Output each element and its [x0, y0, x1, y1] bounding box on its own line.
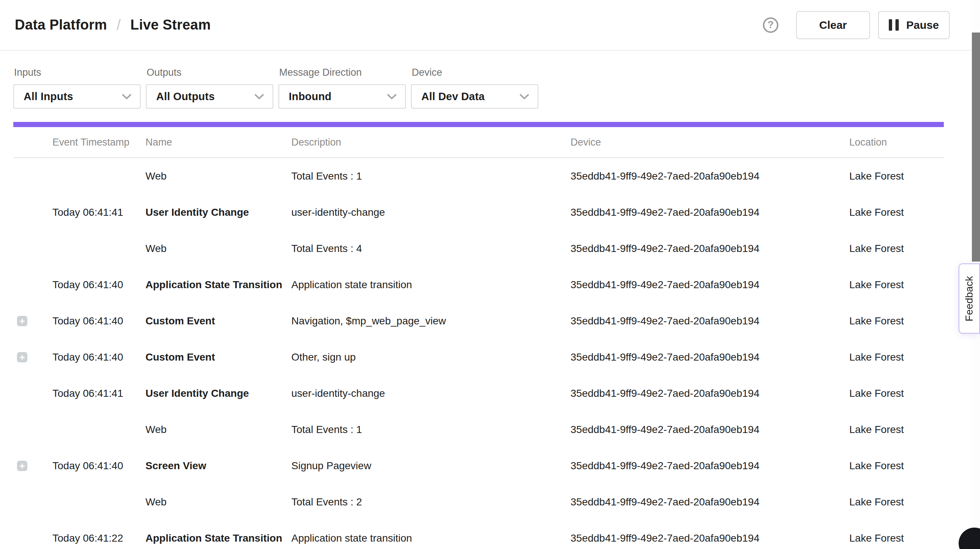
expand-cell: + [13, 207, 52, 218]
filter-device-label: Device [411, 67, 538, 78]
pause-icon [889, 19, 899, 31]
table-row[interactable]: + Today 06:41:40 Custom Event Other, sig… [13, 339, 944, 375]
inputs-dropdown-value: All Inputs [24, 91, 73, 103]
event-description: user-identity-change [291, 388, 571, 399]
event-description: Total Events : 4 [291, 243, 571, 255]
breadcrumb-data-platform[interactable]: Data Platform [15, 17, 107, 33]
event-description: Signup Pageview [291, 460, 571, 472]
feedback-tab[interactable]: Feedback [959, 263, 980, 334]
event-location: Lake Forest [849, 206, 944, 219]
column-header-location: Location [849, 137, 944, 148]
event-description: Navigation, $mp_web_page_view [291, 315, 571, 327]
chat-bubble-icon[interactable] [959, 528, 980, 549]
event-location: Lake Forest [849, 496, 944, 508]
outputs-dropdown[interactable]: All Outputs [146, 84, 273, 109]
event-timestamp: Today 06:41:40 [52, 279, 145, 291]
event-location: Lake Forest [849, 279, 944, 291]
message-direction-dropdown-value: Inbound [289, 91, 332, 103]
event-location: Lake Forest [849, 243, 944, 255]
event-location: Lake Forest [849, 532, 944, 544]
event-description: Total Events : 1 [291, 424, 571, 436]
event-name: User Identity Change [145, 388, 291, 399]
event-timestamp: Today 06:41:40 [52, 351, 145, 363]
filter-device: Device All Dev Data [411, 67, 538, 109]
expand-cell: + [13, 352, 52, 362]
event-name: Custom Event [145, 315, 291, 327]
event-name: Web [145, 170, 291, 182]
expand-cell: + [13, 497, 52, 507]
chevron-down-icon [519, 94, 530, 100]
event-device: 35eddb41-9ff9-49e2-7aed-20afa90eb194 [571, 315, 849, 327]
event-timestamp: Today 06:41:40 [52, 460, 145, 472]
event-location: Lake Forest [849, 170, 944, 182]
event-device: 35eddb41-9ff9-49e2-7aed-20afa90eb194 [571, 496, 849, 508]
event-location: Lake Forest [849, 460, 944, 472]
pause-button[interactable]: Pause [878, 11, 950, 39]
clear-button[interactable]: Clear [796, 11, 870, 39]
event-location: Lake Forest [849, 388, 944, 399]
filter-inputs-label: Inputs [13, 67, 141, 78]
header-actions: ? Clear Pause [763, 11, 950, 39]
event-description: Other, sign up [291, 351, 571, 363]
event-timestamp: Today 06:41:41 [52, 388, 145, 399]
event-name: Custom Event [145, 351, 291, 363]
expand-icon[interactable]: + [17, 461, 27, 471]
event-device: 35eddb41-9ff9-49e2-7aed-20afa90eb194 [571, 170, 849, 182]
column-header-event-timestamp: Event Timestamp [52, 137, 145, 148]
table-row[interactable]: + Today 06:41:41 User Identity Change us… [13, 375, 944, 412]
breadcrumb-separator: / [117, 17, 121, 33]
filter-message-direction-label: Message Direction [278, 67, 406, 78]
outputs-dropdown-value: All Outputs [156, 91, 215, 103]
table-row[interactable]: + Today 06:41:41 User Identity Change us… [13, 194, 944, 231]
table-row[interactable]: + Today 06:41:40 Screen View Signup Page… [13, 448, 944, 484]
event-device: 35eddb41-9ff9-49e2-7aed-20afa90eb194 [571, 424, 849, 436]
table-row[interactable]: + Web Total Events : 1 35eddb41-9ff9-49e… [13, 412, 944, 448]
expand-icon[interactable]: + [17, 352, 27, 362]
breadcrumb-live-stream: Live Stream [130, 17, 211, 33]
filter-inputs: Inputs All Inputs [13, 67, 141, 109]
message-direction-dropdown[interactable]: Inbound [278, 84, 406, 109]
scrollbar-thumb[interactable] [972, 32, 980, 262]
event-description: Application state transition [291, 279, 571, 291]
table-row[interactable]: + Today 06:41:40 Custom Event Navigation… [13, 303, 944, 339]
breadcrumb: Data Platform / Live Stream [15, 17, 211, 33]
chevron-down-icon [387, 94, 397, 100]
table-row[interactable]: + Today 06:41:40 Application State Trans… [13, 267, 944, 303]
event-name: Screen View [145, 460, 291, 472]
event-location: Lake Forest [849, 315, 944, 327]
table-row[interactable]: + Web Total Events : 1 35eddb41-9ff9-49e… [13, 158, 944, 194]
column-header-name: Name [145, 137, 291, 148]
expand-cell: + [13, 280, 52, 290]
event-device: 35eddb41-9ff9-49e2-7aed-20afa90eb194 [571, 388, 849, 399]
filters-bar: Inputs All Inputs Outputs All Outputs Me… [0, 51, 980, 109]
expand-cell: + [13, 171, 52, 181]
expand-cell: + [13, 388, 52, 399]
event-timestamp: Today 06:41:41 [52, 206, 145, 219]
chevron-down-icon [121, 94, 132, 100]
event-name: Application State Transition [145, 279, 291, 291]
filter-outputs: Outputs All Outputs [146, 67, 273, 109]
event-description: Total Events : 2 [291, 496, 571, 508]
expand-cell: + [13, 243, 52, 254]
event-description: user-identity-change [291, 206, 571, 219]
feedback-label: Feedback [963, 276, 975, 321]
top-bar: Data Platform / Live Stream ? Clear Paus… [0, 0, 980, 51]
pause-label: Pause [906, 19, 939, 31]
event-device: 35eddb41-9ff9-49e2-7aed-20afa90eb194 [571, 206, 849, 219]
expand-icon[interactable]: + [17, 316, 27, 326]
event-description: Application state transition [291, 532, 571, 544]
event-device: 35eddb41-9ff9-49e2-7aed-20afa90eb194 [571, 243, 849, 255]
table-row[interactable]: + Today 06:41:22 Application State Trans… [13, 520, 944, 549]
device-dropdown[interactable]: All Dev Data [411, 84, 538, 109]
event-name: Web [145, 496, 291, 508]
event-device: 35eddb41-9ff9-49e2-7aed-20afa90eb194 [571, 351, 849, 363]
expand-cell: + [13, 461, 52, 471]
table-row[interactable]: + Web Total Events : 4 35eddb41-9ff9-49e… [13, 231, 944, 267]
live-stream-accent-bar [13, 122, 944, 127]
events-table: Event Timestamp Name Description Device … [13, 127, 944, 549]
inputs-dropdown[interactable]: All Inputs [13, 84, 141, 109]
column-header-device: Device [571, 137, 849, 148]
table-header-row: Event Timestamp Name Description Device … [13, 127, 944, 158]
table-row[interactable]: + Web Total Events : 2 35eddb41-9ff9-49e… [13, 484, 944, 520]
help-icon[interactable]: ? [763, 18, 778, 33]
